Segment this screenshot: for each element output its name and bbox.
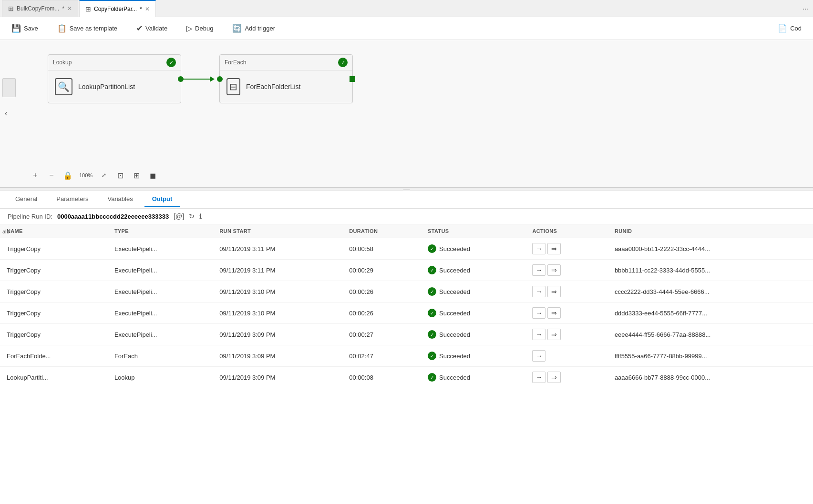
tab-close-bulk[interactable]: ✕: [67, 5, 72, 12]
save-template-button[interactable]: 📋 Save as template: [53, 22, 121, 35]
cell-type: ForEach: [108, 345, 213, 367]
tab-more[interactable]: ···: [798, 5, 813, 12]
remove-btn[interactable]: −: [45, 169, 58, 182]
col-name: NAME: [0, 224, 108, 238]
status-success-icon: ✓: [428, 287, 436, 296]
zoom-100-btn[interactable]: 100%: [77, 169, 94, 182]
status-text: Succeeded: [439, 310, 470, 317]
tab-parameters[interactable]: Parameters: [49, 192, 96, 207]
arrow-connector: [181, 76, 219, 82]
action-navigate-btn[interactable]: →: [532, 307, 545, 319]
save-template-label: Save as template: [70, 25, 117, 32]
table-row: TriggerCopyExecutePipeli...09/11/2019 3:…: [0, 238, 813, 260]
tab-copy-folder[interactable]: ⊞ CopyFolderPar... * ✕: [79, 0, 156, 17]
code-button[interactable]: 📄 Cod: [774, 22, 805, 35]
theme-btn[interactable]: ◼: [146, 169, 159, 182]
cell-runid: bbbb1111-cc22-3333-44dd-5555...: [608, 260, 813, 281]
col-duration: DURATION: [342, 224, 421, 238]
table-row: TriggerCopyExecutePipeli...09/11/2019 3:…: [0, 324, 813, 345]
action-navigate-btn[interactable]: →: [532, 350, 545, 362]
cell-actions: →⇒: [525, 260, 607, 281]
tab-bulk-copy[interactable]: ⊞ BulkCopyFrom... * ✕: [2, 0, 78, 17]
cell-name: TriggerCopy: [0, 238, 108, 260]
fit-btn[interactable]: ⤢: [97, 169, 111, 182]
add-trigger-label: Add trigger: [245, 25, 275, 32]
col-actions: ACTIONS: [525, 224, 607, 238]
table-header-row: NAME TYPE RUN START DURATION STATUS ACTI…: [0, 224, 813, 238]
action-open-btn[interactable]: ⇒: [547, 307, 561, 319]
tab-modified-bulk: *: [62, 5, 64, 12]
debug-icon: ▷: [186, 24, 192, 33]
add-trigger-button[interactable]: 🔄 Add trigger: [228, 22, 279, 35]
cell-runid: eeee4444-ff55-6666-77aa-88888...: [608, 324, 813, 345]
tab-close-copy[interactable]: ✕: [145, 6, 150, 12]
node-lookup-label: LookupPartitionList: [78, 83, 135, 91]
foreach-icon: ⊟: [226, 78, 240, 95]
node-lookup-header: Lookup ✓: [48, 55, 181, 71]
trigger-icon: 🔄: [232, 24, 242, 33]
col-status: STATUS: [421, 224, 525, 238]
action-navigate-btn[interactable]: →: [532, 286, 545, 297]
run-id-info-icon[interactable]: ℹ: [199, 212, 202, 220]
action-open-btn[interactable]: ⇒: [547, 286, 561, 297]
tab-general[interactable]: General: [8, 192, 45, 207]
save-template-icon: 📋: [57, 24, 67, 33]
action-open-btn[interactable]: ⇒: [547, 264, 561, 276]
debug-button[interactable]: ▷ Debug: [183, 22, 217, 35]
tab-variables[interactable]: Variables: [100, 192, 140, 207]
cell-actions: →⇒: [525, 238, 607, 260]
cell-status: ✓Succeeded: [421, 324, 525, 345]
cell-run-start: 09/11/2019 3:11 PM: [213, 238, 342, 260]
toolbar: 💾 Save 📋 Save as template ✔ Validate ▷ D…: [0, 17, 813, 40]
cell-type: Lookup: [108, 367, 213, 388]
table-row: TriggerCopyExecutePipeli...09/11/2019 3:…: [0, 302, 813, 324]
arrange-btn[interactable]: ⊞: [130, 169, 143, 182]
add-btn[interactable]: +: [29, 169, 42, 182]
lock-btn[interactable]: 🔒: [61, 169, 74, 182]
canvas-area[interactable]: ‹ Lookup ✓ 🔍 LookupPartitionList: [0, 40, 813, 188]
run-id-copy-icon[interactable]: [@]: [174, 212, 184, 220]
action-navigate-btn[interactable]: →: [532, 329, 545, 340]
tab-output[interactable]: Output: [144, 192, 180, 207]
action-navigate-btn[interactable]: →: [532, 243, 545, 254]
status-text: Succeeded: [439, 331, 470, 338]
run-id-row: Pipeline Run ID: 0000aaaa11bbccccdd22eee…: [0, 209, 813, 224]
cell-actions: →⇒: [525, 302, 607, 324]
action-navigate-btn[interactable]: →: [532, 372, 545, 383]
cell-name: LookupPartiti...: [0, 367, 108, 388]
table-row: LookupPartiti...Lookup09/11/2019 3:09 PM…: [0, 367, 813, 388]
action-open-btn[interactable]: ⇒: [547, 243, 561, 254]
tab-label-copy: CopyFolderPar...: [94, 6, 137, 12]
run-id-refresh-icon[interactable]: ↻: [189, 212, 195, 220]
col-type: TYPE: [108, 224, 213, 238]
node-foreach-body: ⊟ ForEachFolderList: [220, 71, 352, 103]
save-button[interactable]: 💾 Save: [8, 22, 42, 35]
cell-runid: ffff5555-aa66-7777-88bb-99999...: [608, 345, 813, 367]
cell-duration: 00:00:26: [342, 302, 421, 324]
canvas-controls: + − 🔒 100% ⤢ ⊡ ⊞ ◼: [29, 169, 159, 182]
cell-runid: aaaa0000-bb11-2222-33cc-4444...: [608, 238, 813, 260]
cell-duration: 00:00:58: [342, 238, 421, 260]
code-icon: 📄: [778, 24, 787, 33]
foreach-connector-left: [217, 76, 223, 82]
node-lookup[interactable]: Lookup ✓ 🔍 LookupPartitionList: [48, 54, 181, 103]
lookup-connector-right: [178, 76, 184, 82]
table-row: TriggerCopyExecutePipeli...09/11/2019 3:…: [0, 281, 813, 302]
cell-status: ✓Succeeded: [421, 238, 525, 260]
node-foreach-header: ForEach ✓: [220, 55, 352, 71]
action-navigate-btn[interactable]: →: [532, 264, 545, 276]
run-id-label: Pipeline Run ID:: [8, 213, 52, 220]
cell-duration: 00:00:26: [342, 281, 421, 302]
back-arrow[interactable]: ‹: [5, 109, 7, 118]
action-open-btn[interactable]: ⇒: [547, 329, 561, 340]
cell-runid: dddd3333-ee44-5555-66ff-7777...: [608, 302, 813, 324]
status-text: Succeeded: [439, 374, 470, 381]
status-text: Succeeded: [439, 353, 470, 360]
select-btn[interactable]: ⊡: [113, 169, 127, 182]
node-foreach[interactable]: ForEach ✓ ⊟ ForEachFolderList: [219, 54, 353, 103]
tab-modified-copy: *: [140, 6, 142, 12]
validate-button[interactable]: ✔ Validate: [133, 22, 171, 35]
action-open-btn[interactable]: ⇒: [547, 372, 561, 383]
tab-icon-bulk: ⊞: [8, 5, 14, 12]
cell-duration: 00:00:29: [342, 260, 421, 281]
